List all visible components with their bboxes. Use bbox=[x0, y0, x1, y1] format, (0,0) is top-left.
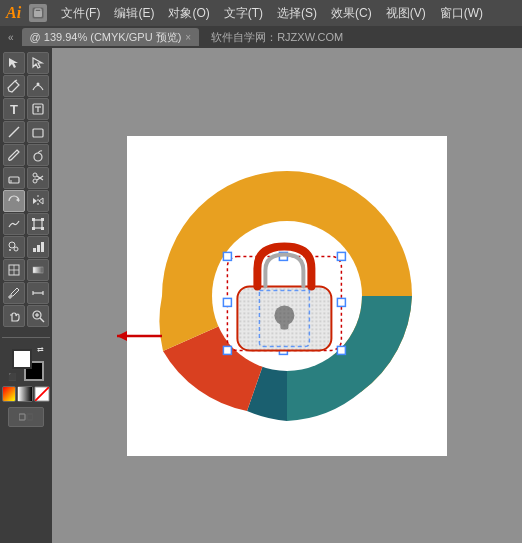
menu-bar: 文件(F) 编辑(E) 对象(O) 文字(T) 选择(S) 效果(C) 视图(V… bbox=[55, 3, 516, 24]
gradient-button[interactable] bbox=[17, 386, 33, 402]
svg-rect-61 bbox=[237, 286, 331, 350]
eyedropper-tool[interactable] bbox=[3, 282, 25, 304]
tool-row-1 bbox=[2, 52, 50, 74]
measure-tool[interactable] bbox=[27, 282, 49, 304]
symbol-sprayer-tool[interactable] bbox=[3, 236, 25, 258]
svg-point-26 bbox=[9, 249, 11, 251]
gradient-tool[interactable] bbox=[27, 259, 49, 281]
artboard-nav bbox=[2, 407, 50, 427]
paintbrush-tool[interactable] bbox=[3, 144, 25, 166]
eraser-tool[interactable] bbox=[3, 167, 25, 189]
svg-rect-46 bbox=[27, 414, 33, 420]
mesh-tool[interactable] bbox=[3, 259, 25, 281]
hand-tool[interactable] bbox=[3, 305, 25, 327]
tool-row-10 bbox=[2, 259, 50, 281]
zoom-tool[interactable] bbox=[27, 305, 49, 327]
select-tool[interactable] bbox=[3, 52, 25, 74]
line-tool[interactable] bbox=[3, 121, 25, 143]
canvas-area[interactable] bbox=[52, 48, 522, 543]
curvature-tool[interactable] bbox=[27, 75, 49, 97]
svg-rect-33 bbox=[33, 267, 43, 273]
tab-close-button[interactable]: × bbox=[185, 32, 191, 43]
svg-line-3 bbox=[15, 80, 17, 81]
canvas-content bbox=[52, 48, 522, 543]
svg-point-25 bbox=[14, 247, 18, 251]
selection-arrow bbox=[107, 326, 167, 346]
rect-tool[interactable] bbox=[27, 121, 49, 143]
svg-rect-57 bbox=[337, 346, 345, 354]
svg-line-39 bbox=[40, 318, 44, 322]
svg-rect-27 bbox=[33, 248, 36, 252]
tool-row-7 bbox=[2, 190, 50, 212]
toolbar: T bbox=[0, 48, 52, 543]
svg-rect-52 bbox=[337, 252, 345, 260]
column-graph-tool[interactable] bbox=[27, 236, 49, 258]
svg-marker-64 bbox=[117, 331, 127, 341]
reflect-tool[interactable] bbox=[27, 190, 49, 212]
svg-rect-19 bbox=[34, 220, 42, 228]
tool-row-9 bbox=[2, 236, 50, 258]
tab-arrow[interactable]: « bbox=[4, 32, 18, 43]
menu-view[interactable]: 视图(V) bbox=[380, 3, 432, 24]
svg-rect-20 bbox=[32, 218, 35, 221]
svg-rect-29 bbox=[41, 242, 44, 252]
rotate-tool[interactable] bbox=[3, 190, 25, 212]
menu-select[interactable]: 选择(S) bbox=[271, 3, 323, 24]
color-mode-row bbox=[2, 386, 50, 402]
default-colors-icon[interactable]: ⬛ bbox=[8, 373, 17, 381]
touch-type-tool[interactable] bbox=[27, 98, 49, 120]
tool-row-2 bbox=[2, 75, 50, 97]
lock-icon-selected bbox=[219, 228, 349, 358]
tool-row-5 bbox=[2, 144, 50, 166]
svg-rect-54 bbox=[337, 298, 345, 306]
svg-rect-42 bbox=[18, 387, 32, 401]
color-button[interactable] bbox=[2, 386, 16, 402]
tab-info: 软件自学网：RJZXW.COM bbox=[203, 30, 343, 45]
tool-row-11 bbox=[2, 282, 50, 304]
warp-tool[interactable] bbox=[3, 213, 25, 235]
svg-rect-22 bbox=[32, 227, 35, 230]
menu-text[interactable]: 文字(T) bbox=[218, 3, 269, 24]
main-layout: T bbox=[0, 48, 522, 543]
menu-window[interactable]: 窗口(W) bbox=[434, 3, 489, 24]
scissors-tool[interactable] bbox=[27, 167, 49, 189]
svg-point-14 bbox=[33, 179, 37, 183]
tool-row-4 bbox=[2, 121, 50, 143]
none-button[interactable] bbox=[34, 386, 50, 402]
svg-rect-28 bbox=[37, 245, 40, 252]
menu-file[interactable]: 文件(F) bbox=[55, 3, 106, 24]
svg-point-10 bbox=[34, 153, 42, 161]
title-bar: Ai 文件(F) 编辑(E) 对象(O) 文字(T) 选择(S) 效果(C) 视… bbox=[0, 0, 522, 26]
color-swatches: ⇄ ⬛ bbox=[2, 341, 50, 385]
menu-effect[interactable]: 效果(C) bbox=[325, 3, 378, 24]
menu-edit[interactable]: 编辑(E) bbox=[108, 3, 160, 24]
tab-bar: « @ 139.94% (CMYK/GPU 预览) × 软件自学网：RJZXW.… bbox=[0, 26, 522, 48]
svg-point-24 bbox=[9, 242, 15, 248]
app-logo: Ai bbox=[6, 4, 21, 22]
tool-row-3: T bbox=[2, 98, 50, 120]
tool-row-8 bbox=[2, 213, 50, 235]
svg-line-8 bbox=[9, 127, 19, 137]
artboard-icon[interactable] bbox=[8, 407, 44, 427]
tool-row-6 bbox=[2, 167, 50, 189]
direct-select-tool[interactable] bbox=[27, 52, 49, 74]
blob-brush-tool[interactable] bbox=[27, 144, 49, 166]
tab-label: @ 139.94% (CMYK/GPU 预览) bbox=[30, 30, 182, 45]
svg-rect-9 bbox=[33, 129, 43, 137]
svg-point-4 bbox=[37, 83, 40, 86]
svg-rect-21 bbox=[41, 218, 44, 221]
artboard bbox=[127, 136, 447, 456]
app-icon bbox=[29, 4, 47, 22]
type-tool[interactable]: T bbox=[3, 98, 25, 120]
svg-rect-50 bbox=[223, 252, 231, 260]
svg-point-13 bbox=[33, 173, 37, 177]
svg-rect-55 bbox=[223, 346, 231, 354]
swap-colors-icon[interactable]: ⇄ bbox=[37, 345, 44, 354]
tab-document[interactable]: @ 139.94% (CMYK/GPU 预览) × bbox=[22, 28, 200, 46]
menu-object[interactable]: 对象(O) bbox=[162, 3, 215, 24]
free-transform-tool[interactable] bbox=[27, 213, 49, 235]
svg-rect-45 bbox=[19, 414, 25, 420]
svg-rect-23 bbox=[41, 227, 44, 230]
pen-tool[interactable] bbox=[3, 75, 25, 97]
fill-swatch[interactable] bbox=[12, 349, 32, 369]
